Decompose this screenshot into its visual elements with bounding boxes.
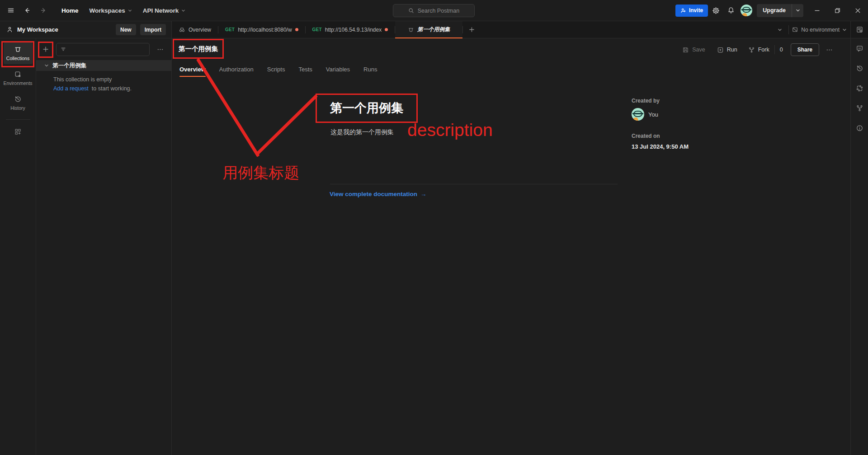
collection-empty-state: This collection is empty Add a request t… bbox=[36, 71, 171, 92]
environment-quick-look[interactable] bbox=[851, 21, 868, 38]
info-icon bbox=[856, 124, 863, 132]
workspace-title[interactable]: My Workspace bbox=[17, 26, 112, 33]
chevron-down-icon bbox=[778, 28, 782, 32]
window-restore-button[interactable] bbox=[827, 0, 848, 21]
chevron-down-icon bbox=[796, 8, 800, 13]
unsaved-dot bbox=[295, 28, 298, 31]
tab-label: Overview bbox=[189, 27, 211, 33]
divider bbox=[330, 184, 618, 184]
topbar-right: Invite Upgrade bbox=[675, 0, 868, 21]
forward-button[interactable] bbox=[35, 0, 52, 21]
new-button[interactable]: New bbox=[116, 24, 136, 35]
env-quick-look-icon bbox=[856, 26, 863, 33]
nav-home-label: Home bbox=[61, 7, 79, 14]
window-minimize-button[interactable] bbox=[807, 0, 827, 21]
collection-icon bbox=[408, 27, 414, 33]
no-environment-icon bbox=[792, 26, 798, 33]
info-button[interactable] bbox=[856, 124, 863, 132]
nav-api-network[interactable]: API Network bbox=[137, 0, 191, 21]
collection-tree-item[interactable]: 第一个用例集 bbox=[36, 60, 171, 71]
search-icon bbox=[408, 8, 414, 14]
add-collection-button[interactable] bbox=[38, 42, 53, 57]
rail-item-collections[interactable]: Collections bbox=[4, 42, 33, 64]
created-by-value: You bbox=[648, 111, 658, 118]
tab-collection-active[interactable]: 第一个用例集 bbox=[395, 21, 462, 38]
invite-label: Invite bbox=[689, 7, 703, 14]
sidebar-more-button[interactable] bbox=[153, 42, 168, 57]
invite-button[interactable]: Invite bbox=[675, 5, 708, 17]
minimize-icon bbox=[815, 8, 820, 13]
back-button[interactable] bbox=[19, 0, 35, 21]
upgrade-menu-button[interactable] bbox=[792, 4, 803, 17]
changelog-button[interactable] bbox=[856, 65, 863, 72]
environment-selector-area: No environment bbox=[774, 21, 850, 38]
account-button[interactable] bbox=[739, 0, 754, 21]
chevron-down-icon bbox=[128, 9, 132, 13]
sidebar-filter-input[interactable] bbox=[69, 46, 146, 52]
created-on-label: Created on bbox=[632, 133, 689, 139]
workspace-header: My Workspace New Import bbox=[0, 21, 172, 38]
workspace-person-icon bbox=[6, 26, 13, 33]
empty-state-hint-text: to start working. bbox=[92, 85, 132, 92]
configure-sidebar-button[interactable] bbox=[4, 125, 33, 138]
import-button[interactable]: Import bbox=[140, 24, 166, 35]
created-by-label: Created by bbox=[632, 98, 689, 104]
collection-title[interactable]: 第一个用例集 bbox=[330, 100, 403, 116]
person-add-icon bbox=[680, 8, 686, 14]
collection-name: 第一个用例集 bbox=[52, 62, 86, 70]
comment-icon bbox=[856, 45, 863, 52]
restore-icon bbox=[835, 8, 840, 13]
nav-home[interactable]: Home bbox=[56, 0, 84, 21]
tab-label: http://106.54.9.13/index bbox=[325, 27, 382, 33]
fork-icon bbox=[856, 104, 863, 112]
collection-meta-panel: Created by You Created on 13 Jul 2024, 9… bbox=[632, 98, 689, 150]
pull-requests-button[interactable] bbox=[856, 84, 863, 92]
arrow-left-icon bbox=[24, 7, 31, 14]
new-tab-button[interactable] bbox=[463, 21, 480, 38]
context-bar bbox=[851, 38, 868, 132]
nav-api-network-label: API Network bbox=[143, 7, 179, 14]
tab-list-button[interactable] bbox=[774, 21, 786, 38]
sidebar-filter-box[interactable] bbox=[56, 43, 150, 56]
rail-item-environments[interactable]: Environments bbox=[4, 67, 33, 89]
tab-strip: Overview GET http://localhost:8080/w GET… bbox=[172, 21, 850, 38]
more-horizontal-icon bbox=[157, 46, 164, 53]
environments-icon bbox=[14, 70, 22, 78]
tab-label: 第一个用例集 bbox=[417, 26, 450, 33]
collection-overview-body: 第一个用例集 这是我的第一个用例集 View complete document… bbox=[172, 38, 850, 455]
tab-request-remote[interactable]: GET http://106.54.9.13/index bbox=[306, 21, 395, 38]
global-search[interactable]: Search Postman bbox=[393, 4, 475, 17]
tab-overview[interactable]: Overview bbox=[172, 21, 218, 38]
gear-icon bbox=[712, 7, 720, 14]
collection-description[interactable]: 这是我的第一个用例集 bbox=[330, 128, 394, 136]
window-close-button[interactable] bbox=[848, 0, 868, 21]
sidebar-collections-panel: 第一个用例集 This collection is empty Add a re… bbox=[36, 38, 172, 455]
plus-icon bbox=[42, 46, 49, 53]
notifications-button[interactable] bbox=[723, 0, 739, 21]
rail-divider bbox=[6, 119, 30, 120]
filter-icon bbox=[60, 46, 66, 52]
forks-button[interactable] bbox=[856, 104, 863, 112]
history-clock-icon bbox=[856, 65, 863, 72]
add-request-link[interactable]: Add a request bbox=[53, 85, 89, 92]
view-documentation-link[interactable]: View complete documentation → bbox=[330, 191, 427, 197]
comments-button[interactable] bbox=[856, 45, 863, 52]
avatar bbox=[741, 5, 752, 16]
avatar bbox=[632, 108, 644, 121]
chevron-down-icon bbox=[842, 28, 847, 32]
rail-label: History bbox=[10, 105, 25, 111]
rail-item-history[interactable]: History bbox=[4, 92, 33, 114]
main-menu-button[interactable] bbox=[3, 0, 19, 21]
created-on-value: 13 Jul 2024, 9:50 AM bbox=[632, 143, 689, 150]
tab-request-localhost[interactable]: GET http://localhost:8080/w bbox=[218, 21, 305, 38]
nav-workspaces[interactable]: Workspaces bbox=[84, 0, 137, 21]
environment-select[interactable]: No environment bbox=[801, 27, 840, 33]
view-documentation-label: View complete documentation bbox=[330, 191, 417, 197]
settings-button[interactable] bbox=[708, 0, 723, 21]
rail-label: Collections bbox=[6, 56, 29, 61]
search-placeholder: Search Postman bbox=[418, 8, 459, 14]
tabstrip-spacer bbox=[480, 21, 774, 38]
upgrade-button[interactable]: Upgrade bbox=[757, 4, 792, 17]
right-sidebar-strip bbox=[850, 21, 868, 455]
arrow-right-glyph: → bbox=[420, 191, 427, 197]
